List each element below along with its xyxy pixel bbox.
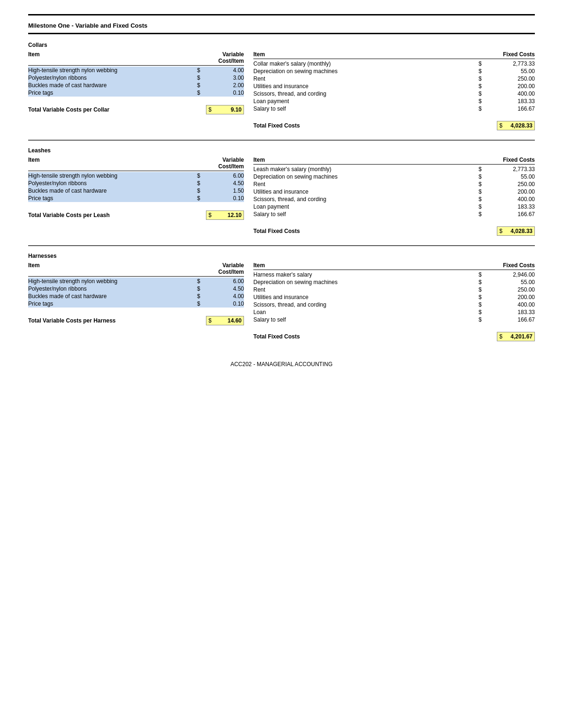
harnesses-variable-col: Item Variable Cost/Item High-tensile str… [28,262,253,342]
collars-fixed-row-5: Loan payment $ 183.33 [253,98,535,105]
leashes-variable-label-0: High-tensile strength nylon webbing [28,173,197,179]
leashes-fixed-label-6: Salary to self [253,211,479,218]
leashes-fixed-row-5: Loan payment $ 183.33 [253,203,535,210]
leashes-fixed-item-header: Item [253,157,488,163]
collars-variable-total-val: 9.10 [213,106,242,113]
collars-variable-val-3: 0.10 [206,90,244,96]
harnesses-variable-row-0: High-tensile strength nylon webbing $ 6.… [28,278,244,285]
harnesses-fixed-sign-2: $ [479,286,488,293]
collars-fixed-label-0: Collar maker's salary (monthly) [253,60,479,67]
collars-fixed-sign-2: $ [479,75,488,82]
collars-variable-row-0: High-tensile strength nylon webbing $ 4.… [28,67,244,74]
leashes-fixed-val-5: 183.33 [488,203,535,210]
page-title: Milestone One - Variable and Fixed Costs [28,22,535,29]
leashes-variable-label-1: Polyester/nylon ribbons [28,180,197,187]
leashes-variable-row-1: Polyester/nylon ribbons $ 4.50 [28,180,244,187]
collars-variable-total-label: Total Variable Costs per Collar [28,106,206,113]
harnesses-fixed-row-6: Salary to self $ 166.67 [253,316,535,323]
harnesses-variable-row-1: Polyester/nylon ribbons $ 4.50 [28,285,244,293]
harnesses-variable-total-box: $ 14.60 [206,316,244,325]
harnesses-title: Harnesses [28,253,535,259]
leashes-variable-sign-0: $ [197,173,206,179]
harnesses-variable-val-3: 0.10 [206,300,244,307]
leashes-variable-row-3: Price tags $ 0.10 [28,195,244,202]
collars-variable-sign-1: $ [197,75,206,81]
harnesses-fixed-val-2: 250.00 [488,286,535,293]
leashes-fixed-label-5: Loan payment [253,203,479,210]
leashes-variable-val-1: 4.50 [206,180,244,187]
leashes-variable-cost-header: Variable Cost/Item [197,157,244,170]
leashes-variable-item-header: Item [28,157,197,170]
harnesses-fixed-total-box: $ 4,201.67 [497,332,535,341]
harnesses-variable-item-header: Item [28,262,197,275]
harnesses-variable-cost-header: Variable Cost/Item [197,262,244,275]
collars-fixed-val-0: 2,773.33 [488,60,535,67]
collars-variable-sign-2: $ [197,82,206,89]
leashes-variable-val-3: 0.10 [206,195,244,202]
collars-variable-col: Item Variable Cost/Item High-tensile str… [28,51,253,131]
divider-1 [28,245,535,246]
harnesses-fixed-sign-3: $ [479,294,488,300]
harnesses-fixed-total-sign: $ [499,333,502,340]
leashes-fixed-sign-0: $ [479,166,488,173]
harnesses-variable-sign-1: $ [197,285,206,292]
collars-fixed-header: Item Fixed Costs [253,51,535,59]
collars-fixed-val-1: 55.00 [488,68,535,75]
collars-fixed-sign-5: $ [479,98,488,105]
collars-variable-label-1: Polyester/nylon ribbons [28,75,197,81]
harnesses-fixed-val-1: 55.00 [488,279,535,285]
harnesses-fixed-sign-6: $ [479,316,488,323]
harnesses-variable-header: Item Variable Cost/Item [28,262,244,277]
collars-fixed-row-1: Depreciation on sewing machines $ 55.00 [253,68,535,75]
harnesses-variable-val-2: 4.00 [206,293,244,300]
leashes-fixed-val-6: 166.67 [488,211,535,218]
collars-fixed-label-4: Scissors, thread, and cording [253,90,479,97]
collars-fixed-sign-6: $ [479,105,488,112]
leashes-fixed-header: Item Fixed Costs [253,157,535,165]
leashes-variable-val-0: 6.00 [206,173,244,179]
collars-fixed-val-2: 250.00 [488,75,535,82]
collars-fixed-val-6: 166.67 [488,105,535,112]
leashes-variable-row-0: High-tensile strength nylon webbing $ 6.… [28,172,244,180]
leashes-columns: Item Variable Cost/Item High-tensile str… [28,157,535,237]
harnesses-fixed-label-5: Loan [253,309,479,315]
harnesses-fixed-row-3: Utilities and insurance $ 200.00 [253,293,535,301]
section-leashes: Leashes Item Variable Cost/Item High-ten… [28,147,535,237]
collars-fixed-row-3: Utilities and insurance $ 200.00 [253,83,535,90]
harnesses-fixed-total: Total Fixed Costs $ 4,201.67 [253,331,535,342]
harnesses-fixed-label-2: Rent [253,286,479,293]
collars-fixed-sign-1: $ [479,68,488,75]
leashes-variable-sign-1: $ [197,180,206,187]
leashes-variable-header: Item Variable Cost/Item [28,157,244,171]
harnesses-fixed-total-label: Total Fixed Costs [253,333,497,340]
leashes-variable-total-sign: $ [208,212,212,218]
collars-variable-val-1: 3.00 [206,75,244,81]
collars-fixed-row-4: Scissors, thread, and cording $ 400.00 [253,90,535,98]
leashes-variable-row-2: Buckles made of cast hardware $ 1.50 [28,187,244,195]
leashes-fixed-col: Item Fixed Costs Leash maker's salary (m… [253,157,535,237]
leashes-fixed-row-6: Salary to self $ 166.67 [253,210,535,218]
harnesses-variable-label-2: Buckles made of cast hardware [28,293,197,300]
divider-0 [28,140,535,141]
leashes-variable-total: Total Variable Costs per Leash $ 12.10 [28,210,244,221]
leashes-variable-col: Item Variable Cost/Item High-tensile str… [28,157,253,237]
collars-fixed-val-5: 183.33 [488,98,535,105]
harnesses-variable-sign-2: $ [197,293,206,300]
collars-fixed-label-5: Loan payment [253,98,479,105]
harnesses-variable-sign-0: $ [197,278,206,285]
harnesses-fixed-total-val: 4,201.67 [504,333,533,340]
collars-variable-val-0: 4.00 [206,67,244,74]
page-wrapper: Milestone One - Variable and Fixed Costs… [28,14,535,368]
harnesses-fixed-label-0: Harness maker's salary [253,271,479,278]
collars-fixed-row-6: Salary to self $ 166.67 [253,105,535,113]
leashes-fixed-total: Total Fixed Costs $ 4,028.33 [253,225,535,237]
harnesses-fixed-sign-5: $ [479,309,488,315]
leashes-fixed-cost-header: Fixed Costs [488,157,535,163]
collars-fixed-cost-header: Fixed Costs [488,51,535,58]
harnesses-variable-row-3: Price tags $ 0.10 [28,300,244,308]
harnesses-fixed-row-1: Depreciation on sewing machines $ 55.00 [253,278,535,286]
leashes-fixed-val-4: 400.00 [488,196,535,203]
harnesses-variable-val-1: 4.50 [206,285,244,292]
leashes-fixed-sign-6: $ [479,211,488,218]
collars-fixed-row-0: Collar maker's salary (monthly) $ 2,773.… [253,60,535,68]
